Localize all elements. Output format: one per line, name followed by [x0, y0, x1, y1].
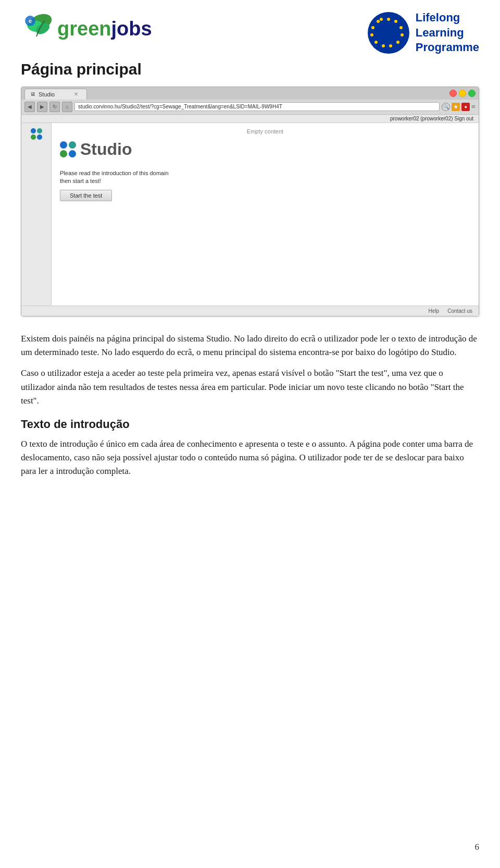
studio-dots	[60, 141, 76, 157]
browser-menu-icon[interactable]: ≡	[471, 103, 476, 111]
browser-intro-text: Please read the introduction of this dom…	[60, 169, 470, 186]
paragraph-3: O texto de introdução é único em cada ár…	[21, 437, 479, 479]
browser-footer: Help Contact us	[21, 305, 479, 316]
page-title: Página principal	[21, 60, 479, 78]
svg-point-14	[370, 33, 373, 36]
tab-close-icon[interactable]: ✕	[74, 91, 78, 97]
dot-blue-1	[31, 128, 36, 133]
svg-point-11	[389, 44, 392, 47]
svg-point-12	[382, 44, 385, 47]
dot-teal-1	[37, 128, 42, 133]
search-icon[interactable]: 🔍	[442, 103, 450, 111]
browser-user-bar: proworker02 (proworker02) Sign out	[21, 115, 479, 123]
studio-dot-3	[60, 150, 67, 157]
greenjobs-logo: e green jobs	[21, 10, 152, 47]
studio-dot-4	[69, 150, 76, 157]
intro-line1: Please read the introduction of this dom…	[60, 169, 470, 177]
window-max-btn[interactable]	[468, 90, 476, 97]
address-bar[interactable]: studio.corvinno.hu/Studio2/test/?cg=Sewa…	[74, 102, 440, 111]
svg-point-13	[374, 41, 378, 44]
main-content: Existem dois painéis na página principal…	[21, 332, 479, 479]
svg-point-7	[394, 20, 397, 23]
browser-content-area: Empty content Studio Please read the int…	[21, 123, 479, 305]
browser-tab-label: Studio	[39, 91, 55, 97]
footer-help[interactable]: Help	[429, 308, 440, 314]
forward-btn[interactable]: ▶	[37, 102, 47, 112]
user-info: proworker02 (proworker02) Sign out	[390, 116, 473, 121]
browser-main-panel: Empty content Studio Please read the int…	[52, 123, 479, 305]
browser-tab[interactable]: 🖥 Studio ✕	[24, 89, 87, 100]
svg-point-17	[380, 18, 383, 21]
logo-jobs-text: jobs	[111, 19, 152, 39]
svg-point-15	[371, 26, 374, 29]
sidebar-dots	[31, 128, 42, 140]
window-min-btn[interactable]	[459, 90, 466, 97]
section-heading: Texto de introdução	[21, 415, 479, 433]
home-btn[interactable]: ⌂	[62, 102, 72, 112]
browser-mockup: 🖥 Studio ✕ ◀ ▶ ↻ ⌂ studio.corvinno.hu/St…	[21, 87, 479, 316]
eu-programme-text: Lifelong Learning Programme	[416, 10, 479, 55]
studio-brand-text: Studio	[80, 140, 132, 159]
paragraph-1: Existem dois painéis na página principal…	[21, 332, 479, 360]
empty-content-label: Empty content	[60, 128, 470, 135]
paragraph-2: Caso o utilizador esteja a aceder ao tes…	[21, 366, 479, 408]
refresh-btn[interactable]: ↻	[49, 102, 60, 112]
studio-logo-area: Studio	[60, 140, 470, 159]
eu-logo: Lifelong Learning Programme	[368, 10, 479, 55]
studio-dot-1	[60, 141, 67, 149]
svg-point-9	[401, 33, 404, 36]
svg-point-16	[377, 20, 380, 23]
dot-blue-2	[37, 135, 42, 140]
logo-green-text: green	[57, 19, 111, 39]
svg-point-8	[399, 26, 403, 29]
svg-text:e: e	[29, 18, 32, 24]
leaf-icon: e	[21, 10, 57, 47]
svg-point-6	[387, 18, 390, 21]
intro-line2: then start a test!	[60, 177, 470, 185]
dot-green-1	[31, 135, 36, 140]
page-number: 6	[475, 842, 480, 852]
browser-icon-2: ●	[461, 103, 470, 111]
window-close-btn[interactable]	[449, 90, 457, 97]
eu-circle-icon	[368, 12, 409, 54]
studio-dot-2	[69, 141, 76, 149]
browser-sidebar	[21, 123, 52, 305]
footer-contact[interactable]: Contact us	[447, 308, 472, 314]
svg-point-10	[396, 41, 399, 44]
back-btn[interactable]: ◀	[24, 102, 35, 112]
start-test-button[interactable]: Start the test	[60, 190, 112, 201]
page-header: e green jobs	[21, 10, 479, 55]
browser-icon-1: ★	[452, 103, 460, 111]
